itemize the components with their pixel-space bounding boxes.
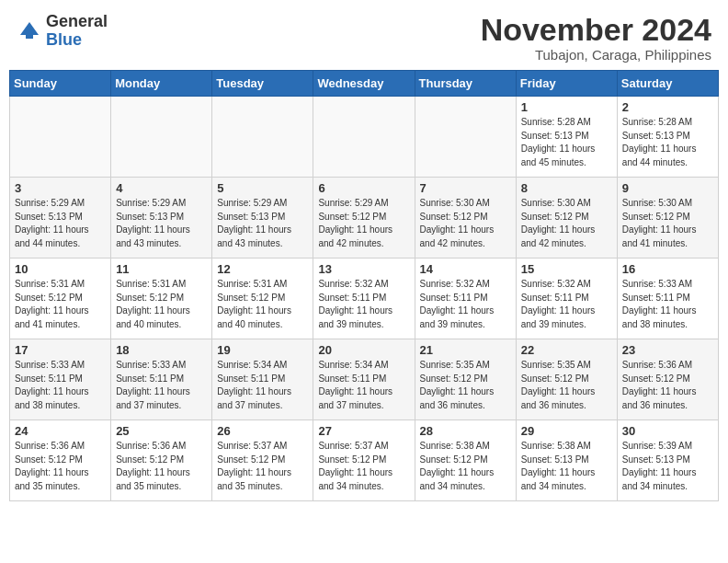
day-number: 9	[622, 181, 713, 195]
calendar-cell: 1Sunrise: 5:28 AM Sunset: 5:13 PM Daylig…	[516, 97, 617, 178]
day-header-wednesday: Wednesday	[313, 71, 415, 97]
calendar-cell: 6Sunrise: 5:29 AM Sunset: 5:12 PM Daylig…	[313, 178, 415, 259]
day-info: Sunrise: 5:38 AM Sunset: 5:13 PM Dayligh…	[521, 440, 612, 493]
day-number: 30	[622, 424, 713, 438]
day-number: 4	[116, 181, 207, 195]
day-number: 28	[420, 424, 511, 438]
day-info: Sunrise: 5:30 AM Sunset: 5:12 PM Dayligh…	[521, 197, 612, 250]
calendar-cell: 15Sunrise: 5:32 AM Sunset: 5:11 PM Dayli…	[516, 259, 617, 339]
day-info: Sunrise: 5:29 AM Sunset: 5:13 PM Dayligh…	[15, 197, 106, 250]
day-info: Sunrise: 5:28 AM Sunset: 5:13 PM Dayligh…	[622, 116, 713, 169]
day-info: Sunrise: 5:37 AM Sunset: 5:12 PM Dayligh…	[318, 440, 409, 493]
week-row-1: 1Sunrise: 5:28 AM Sunset: 5:13 PM Daylig…	[10, 97, 719, 178]
day-number: 15	[521, 262, 612, 276]
day-number: 21	[420, 343, 511, 357]
logo-general-text: General	[46, 13, 108, 31]
day-info: Sunrise: 5:30 AM Sunset: 5:12 PM Dayligh…	[622, 197, 713, 250]
week-row-3: 10Sunrise: 5:31 AM Sunset: 5:12 PM Dayli…	[10, 259, 719, 339]
day-header-sunday: Sunday	[10, 71, 111, 97]
day-header-saturday: Saturday	[617, 71, 718, 97]
day-number: 3	[15, 181, 106, 195]
calendar-cell: 13Sunrise: 5:32 AM Sunset: 5:11 PM Dayli…	[313, 259, 415, 339]
day-number: 11	[116, 262, 207, 276]
logo: General Blue	[17, 13, 108, 50]
calendar-cell: 28Sunrise: 5:38 AM Sunset: 5:12 PM Dayli…	[415, 420, 516, 501]
calendar-cell: 27Sunrise: 5:37 AM Sunset: 5:12 PM Dayli…	[313, 420, 415, 501]
calendar-cell	[313, 97, 415, 178]
day-info: Sunrise: 5:39 AM Sunset: 5:13 PM Dayligh…	[622, 440, 713, 493]
day-number: 2	[622, 100, 713, 114]
day-header-monday: Monday	[111, 71, 212, 97]
calendar-cell: 16Sunrise: 5:33 AM Sunset: 5:11 PM Dayli…	[617, 259, 718, 339]
day-info: Sunrise: 5:29 AM Sunset: 5:13 PM Dayligh…	[116, 197, 207, 250]
day-info: Sunrise: 5:38 AM Sunset: 5:12 PM Dayligh…	[420, 440, 511, 493]
day-info: Sunrise: 5:30 AM Sunset: 5:12 PM Dayligh…	[420, 197, 511, 250]
day-number: 27	[318, 424, 409, 438]
day-header-tuesday: Tuesday	[212, 71, 313, 97]
day-number: 20	[318, 343, 409, 357]
calendar-cell: 2Sunrise: 5:28 AM Sunset: 5:13 PM Daylig…	[617, 97, 718, 178]
day-number: 29	[521, 424, 612, 438]
day-number: 24	[15, 424, 106, 438]
calendar-cell	[10, 97, 111, 178]
day-info: Sunrise: 5:34 AM Sunset: 5:11 PM Dayligh…	[217, 359, 308, 412]
calendar-cell: 25Sunrise: 5:36 AM Sunset: 5:12 PM Dayli…	[111, 420, 212, 501]
day-number: 25	[116, 424, 207, 438]
calendar: SundayMondayTuesdayWednesdayThursdayFrid…	[0, 70, 728, 563]
calendar-cell: 12Sunrise: 5:31 AM Sunset: 5:12 PM Dayli…	[212, 259, 313, 339]
calendar-cell: 17Sunrise: 5:33 AM Sunset: 5:11 PM Dayli…	[10, 339, 111, 420]
calendar-cell: 26Sunrise: 5:37 AM Sunset: 5:12 PM Dayli…	[212, 420, 313, 501]
calendar-cell: 24Sunrise: 5:36 AM Sunset: 5:12 PM Dayli…	[10, 420, 111, 501]
day-header-thursday: Thursday	[415, 71, 516, 97]
day-info: Sunrise: 5:33 AM Sunset: 5:11 PM Dayligh…	[116, 359, 207, 412]
day-info: Sunrise: 5:35 AM Sunset: 5:12 PM Dayligh…	[521, 359, 612, 412]
calendar-cell: 3Sunrise: 5:29 AM Sunset: 5:13 PM Daylig…	[10, 178, 111, 259]
day-info: Sunrise: 5:32 AM Sunset: 5:11 PM Dayligh…	[521, 278, 612, 331]
month-title: November 2024	[481, 13, 711, 47]
day-number: 26	[217, 424, 308, 438]
calendar-cell	[212, 97, 313, 178]
week-row-4: 17Sunrise: 5:33 AM Sunset: 5:11 PM Dayli…	[10, 339, 719, 420]
day-number: 8	[521, 181, 612, 195]
calendar-cell: 20Sunrise: 5:34 AM Sunset: 5:11 PM Dayli…	[313, 339, 415, 420]
day-number: 22	[521, 343, 612, 357]
day-info: Sunrise: 5:37 AM Sunset: 5:12 PM Dayligh…	[217, 440, 308, 493]
day-info: Sunrise: 5:32 AM Sunset: 5:11 PM Dayligh…	[318, 278, 409, 331]
day-info: Sunrise: 5:31 AM Sunset: 5:12 PM Dayligh…	[217, 278, 308, 331]
day-number: 19	[217, 343, 308, 357]
calendar-cell: 10Sunrise: 5:31 AM Sunset: 5:12 PM Dayli…	[10, 259, 111, 339]
calendar-table: SundayMondayTuesdayWednesdayThursdayFrid…	[9, 70, 719, 501]
day-number: 23	[622, 343, 713, 357]
day-number: 6	[318, 181, 409, 195]
calendar-cell: 11Sunrise: 5:31 AM Sunset: 5:12 PM Dayli…	[111, 259, 212, 339]
day-number: 10	[15, 262, 106, 276]
calendar-cell: 29Sunrise: 5:38 AM Sunset: 5:13 PM Dayli…	[516, 420, 617, 501]
day-number: 5	[217, 181, 308, 195]
header: General Blue November 2024 Tubajon, Cara…	[0, 0, 728, 70]
day-number: 12	[217, 262, 308, 276]
day-info: Sunrise: 5:33 AM Sunset: 5:11 PM Dayligh…	[622, 278, 713, 331]
day-info: Sunrise: 5:36 AM Sunset: 5:12 PM Dayligh…	[622, 359, 713, 412]
day-number: 16	[622, 262, 713, 276]
calendar-cell: 4Sunrise: 5:29 AM Sunset: 5:13 PM Daylig…	[111, 178, 212, 259]
logo-blue-text: Blue	[46, 31, 108, 50]
svg-rect-2	[26, 33, 33, 39]
day-info: Sunrise: 5:32 AM Sunset: 5:11 PM Dayligh…	[420, 278, 511, 331]
day-info: Sunrise: 5:29 AM Sunset: 5:12 PM Dayligh…	[318, 197, 409, 250]
day-info: Sunrise: 5:28 AM Sunset: 5:13 PM Dayligh…	[521, 116, 612, 169]
day-number: 17	[15, 343, 106, 357]
calendar-cell: 30Sunrise: 5:39 AM Sunset: 5:13 PM Dayli…	[617, 420, 718, 501]
day-number: 13	[318, 262, 409, 276]
calendar-header-row: SundayMondayTuesdayWednesdayThursdayFrid…	[10, 71, 719, 97]
calendar-cell: 5Sunrise: 5:29 AM Sunset: 5:13 PM Daylig…	[212, 178, 313, 259]
day-info: Sunrise: 5:36 AM Sunset: 5:12 PM Dayligh…	[15, 440, 106, 493]
page: General Blue November 2024 Tubajon, Cara…	[0, 0, 728, 563]
day-number: 18	[116, 343, 207, 357]
logo-text: General Blue	[46, 13, 108, 50]
day-info: Sunrise: 5:34 AM Sunset: 5:11 PM Dayligh…	[318, 359, 409, 412]
calendar-cell	[111, 97, 212, 178]
day-info: Sunrise: 5:36 AM Sunset: 5:12 PM Dayligh…	[116, 440, 207, 493]
calendar-cell: 21Sunrise: 5:35 AM Sunset: 5:12 PM Dayli…	[415, 339, 516, 420]
week-row-2: 3Sunrise: 5:29 AM Sunset: 5:13 PM Daylig…	[10, 178, 719, 259]
calendar-cell: 18Sunrise: 5:33 AM Sunset: 5:11 PM Dayli…	[111, 339, 212, 420]
